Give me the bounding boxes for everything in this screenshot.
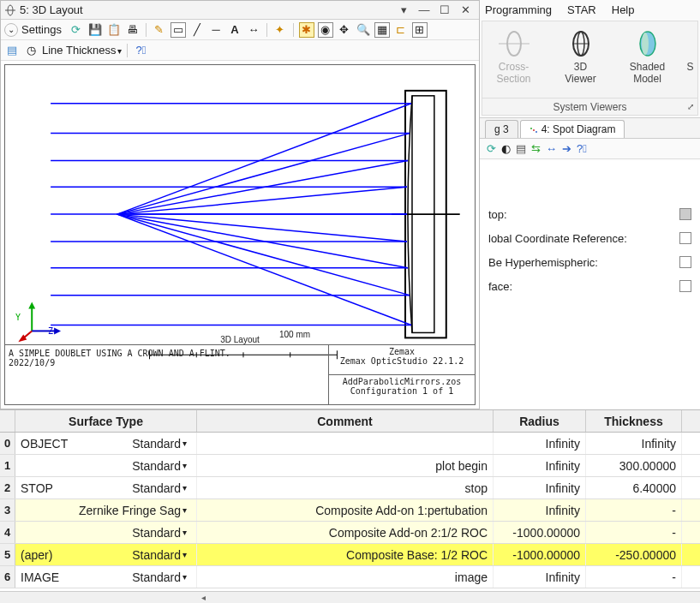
double-arrow-icon[interactable]: ↔ <box>246 22 261 38</box>
cell-surface-type[interactable]: (aper)Standard▾ <box>15 544 197 565</box>
refresh-icon[interactable]: ⟳ <box>69 22 84 38</box>
save-icon[interactable]: 💾 <box>87 22 103 38</box>
cell-radius[interactable]: Infinity <box>494 455 586 476</box>
cell-thickness[interactable]: 300.00000 <box>586 455 682 476</box>
camera-icon[interactable]: ◉ <box>318 22 333 38</box>
cell-radius[interactable]: Infinity <box>494 477 586 499</box>
cell-radius[interactable]: Infinity <box>494 566 586 588</box>
row-header[interactable]: 3 <box>0 499 15 521</box>
scroll-left-icon[interactable]: ◂ <box>197 593 209 602</box>
settings-button[interactable]: Settings <box>21 23 62 36</box>
minimize-button[interactable]: — <box>414 3 434 16</box>
menu-star[interactable]: STAR <box>567 3 596 16</box>
cell-thickness[interactable]: - <box>586 566 682 588</box>
th-thickness[interactable]: Thickness <box>586 410 682 432</box>
zoom-icon[interactable]: 🔍 <box>356 22 371 38</box>
copy-icon[interactable]: 📋 <box>106 22 122 38</box>
line-thickness-dropdown[interactable]: Line Thickness▾ <box>42 44 122 57</box>
table-row[interactable]: 0OBJECTStandard▾InfinityInfinity <box>0 433 700 455</box>
chevron-down-icon[interactable]: ▾ <box>182 483 191 493</box>
table-row[interactable]: 4Standard▾Composite Add-on 2:1/2 ROC-100… <box>0 522 700 544</box>
cell-radius[interactable]: -1000.00000 <box>494 544 586 565</box>
hyperhemi-checkbox[interactable] <box>679 256 691 268</box>
cell-comment[interactable]: Composite Add-on 1:pertubation <box>197 499 494 521</box>
chevron-down-icon[interactable]: ▾ <box>182 505 191 515</box>
chevron-down-icon[interactable]: ▾ <box>182 461 191 470</box>
forward-icon[interactable]: ➔ <box>562 142 571 155</box>
chevron-down-icon[interactable]: ▾ <box>182 439 191 448</box>
chevron-down-icon[interactable]: ▾ <box>182 550 191 559</box>
rectangle-icon[interactable]: ▭ <box>171 22 186 38</box>
titlebar[interactable]: 5: 3D Layout ▾ — ☐ ✕ <box>1 1 479 20</box>
text-icon[interactable]: A <box>227 22 242 38</box>
cell-thickness[interactable]: Infinity <box>586 433 682 454</box>
cell-comment[interactable]: Composite Add-on 2:1/2 ROC <box>197 522 494 543</box>
th-radius[interactable]: Radius <box>494 410 586 432</box>
close-button[interactable]: ✕ <box>455 3 476 16</box>
th-comment[interactable]: Comment <box>197 410 494 432</box>
help-icon[interactable]: ?⃝ <box>133 43 148 58</box>
cell-thickness[interactable]: 6.40000 <box>586 477 682 499</box>
dropdown-button[interactable]: ▾ <box>393 3 414 16</box>
cell-thickness[interactable]: - <box>586 499 682 521</box>
row-header[interactable]: 5 <box>0 544 15 565</box>
menu-programming[interactable]: Programming <box>485 3 552 16</box>
table-row[interactable]: 5(aper)Standard▾Composite Base: 1/2 ROC-… <box>0 544 700 566</box>
help-icon[interactable]: ?⃝ <box>577 142 587 155</box>
cell-comment[interactable]: Composite Base: 1/2 ROC <box>197 544 494 565</box>
row-header[interactable]: 2 <box>0 477 15 499</box>
dash-icon[interactable]: ─ <box>208 22 224 38</box>
cell-surface-type[interactable]: Standard▾ <box>15 455 197 476</box>
cell-surface-type[interactable]: OBJECTStandard▾ <box>15 433 197 454</box>
ribbon-extra[interactable]: S <box>685 27 697 73</box>
th-corner[interactable] <box>0 410 15 432</box>
plot-area[interactable]: Y Z 100 mm 3D Layout A SIMPLE DOUBLET US… <box>4 64 476 405</box>
axes-icon[interactable]: ✱ <box>299 22 314 38</box>
cursor-box-icon[interactable]: ▦ <box>374 22 390 38</box>
line-icon[interactable]: ╱ <box>189 22 205 38</box>
cell-comment[interactable]: image <box>197 566 494 588</box>
cell-radius[interactable]: Infinity <box>494 499 586 521</box>
table-row[interactable]: 2STOPStandard▾stopInfinity6.40000 <box>0 477 700 499</box>
cell-comment[interactable]: plot begin <box>197 455 494 476</box>
horizontal-scrollbar[interactable]: ◂ <box>0 591 700 603</box>
refresh-icon[interactable]: ⟳ <box>487 142 496 155</box>
stop-checkbox[interactable] <box>679 208 691 220</box>
cross-section-button[interactable]: Cross-Section <box>484 27 544 85</box>
move-icon[interactable]: ✥ <box>337 22 352 38</box>
row-header[interactable]: 1 <box>0 455 15 476</box>
expand-toggle[interactable]: ⌄ <box>4 23 18 37</box>
cell-comment[interactable] <box>197 433 494 454</box>
cell-comment[interactable]: stop <box>197 477 494 499</box>
chevron-down-icon[interactable]: ▾ <box>182 572 191 582</box>
table-row[interactable]: 1Standard▾plot beginInfinity300.00000 <box>0 455 700 477</box>
menu-help[interactable]: Help <box>612 3 635 16</box>
list-icon[interactable]: ▤ <box>516 142 526 155</box>
tab-spot-diagram[interactable]: 4: Spot Diagram <box>520 120 625 138</box>
document-icon[interactable]: ▤ <box>4 43 20 58</box>
swap-icon[interactable]: ⇆ <box>531 142 541 155</box>
th-surface-type[interactable]: Surface Type <box>15 410 197 432</box>
global-ref-checkbox[interactable] <box>679 232 691 244</box>
cell-radius[interactable]: -1000.00000 <box>494 522 586 543</box>
cell-surface-type[interactable]: Standard▾ <box>15 522 197 543</box>
compass-icon[interactable]: ✦ <box>272 22 288 38</box>
print-icon[interactable]: 🖶 <box>125 22 141 38</box>
cell-surface-type[interactable]: STOPStandard▾ <box>15 477 197 499</box>
clock-icon[interactable]: ◷ <box>23 43 39 58</box>
table-row[interactable]: 3Zernike Fringe Sag▾Composite Add-on 1:p… <box>0 499 700 522</box>
cell-surface-type[interactable]: IMAGEStandard▾ <box>15 566 197 588</box>
toggle-icon[interactable]: ◐ <box>501 142 511 155</box>
link-icon[interactable]: ⊏ <box>393 22 409 38</box>
cell-thickness[interactable]: -250.00000 <box>586 544 682 565</box>
arrows-icon[interactable]: ↔ <box>546 142 557 155</box>
row-header[interactable]: 4 <box>0 522 15 543</box>
shaded-model-button[interactable]: Shaded Model <box>618 27 678 85</box>
chevron-down-icon[interactable]: ▾ <box>182 528 191 537</box>
cell-radius[interactable]: Infinity <box>494 433 586 454</box>
table-row[interactable]: 6IMAGEStandard▾imageInfinity- <box>0 566 700 588</box>
row-header[interactable]: 6 <box>0 566 15 588</box>
cell-surface-type[interactable]: Zernike Fringe Sag▾ <box>15 499 197 521</box>
pencil-icon[interactable]: ✎ <box>152 22 167 38</box>
grid-icon[interactable]: ⊞ <box>412 22 428 38</box>
